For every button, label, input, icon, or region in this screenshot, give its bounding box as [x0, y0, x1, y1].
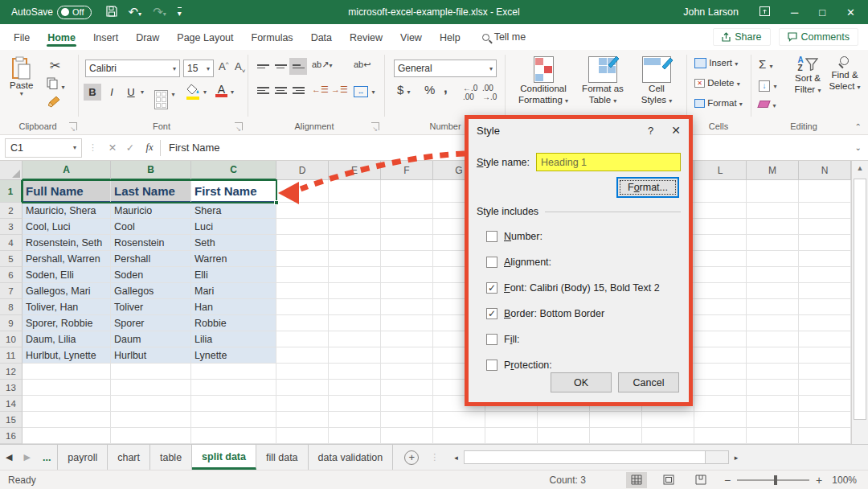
cell-M3[interactable]: [747, 219, 799, 235]
cell-E5[interactable]: [329, 251, 381, 267]
checkbox-fill[interactable]: [486, 334, 497, 345]
cell-N10[interactable]: [799, 331, 851, 347]
cell-D9[interactable]: [276, 315, 329, 331]
cell-L6[interactable]: [694, 267, 747, 283]
column-header-A[interactable]: A: [23, 161, 111, 180]
cell-C2[interactable]: Shera: [191, 203, 276, 219]
style-name-input[interactable]: [536, 153, 681, 171]
cell-F6[interactable]: [381, 267, 433, 283]
checkbox-protection[interactable]: [486, 360, 497, 371]
cell-L2[interactable]: [694, 203, 747, 219]
ribbon-tab-formulas[interactable]: Formulas: [243, 26, 302, 48]
column-header-D[interactable]: D: [276, 161, 329, 180]
cell-E6[interactable]: [329, 267, 381, 283]
customize-qat-icon[interactable]: ▾: [178, 7, 182, 18]
column-header-M[interactable]: M: [747, 161, 799, 180]
merge-center-icon[interactable]: ↔ ▾: [354, 83, 375, 97]
sheet-tab-data-validation[interactable]: data validation: [309, 445, 394, 470]
cell-C4[interactable]: Seth: [191, 235, 276, 251]
ribbon-tab-page-layout[interactable]: Page Layout: [168, 26, 242, 48]
sheet-tab-chart[interactable]: chart: [108, 445, 150, 470]
cell-C7[interactable]: Mari: [191, 283, 276, 299]
cell-N12[interactable]: [799, 364, 851, 380]
cell-I15[interactable]: [538, 412, 590, 428]
more-sheets-button[interactable]: ...: [36, 452, 57, 463]
insert-cells-button[interactable]: Insert ▾: [694, 58, 738, 68]
ribbon-tab-insert[interactable]: Insert: [84, 26, 127, 48]
comments-button[interactable]: Comments: [779, 28, 858, 46]
ribbon-tab-data[interactable]: Data: [302, 26, 341, 48]
row-header-2[interactable]: 2: [0, 203, 23, 219]
cancel-button[interactable]: Cancel: [618, 372, 679, 392]
number-format-select[interactable]: General▾: [394, 60, 497, 77]
cell-A11[interactable]: Hurlbut, Lynette: [23, 347, 111, 364]
cell-N4[interactable]: [799, 235, 851, 251]
grow-font-icon[interactable]: A^: [219, 60, 228, 72]
underline-caret[interactable]: ▾: [141, 88, 144, 96]
cell-B11[interactable]: Hurlbut: [111, 347, 191, 364]
cell-D13[interactable]: [276, 380, 329, 396]
ribbon-tab-view[interactable]: View: [391, 26, 431, 48]
decrease-decimal-icon[interactable]: .00→.0: [482, 84, 497, 101]
clipboard-dialog-launcher[interactable]: [69, 122, 77, 130]
scroll-right-icon[interactable]: ▸: [729, 454, 744, 462]
cell-N1[interactable]: [799, 180, 851, 203]
page-layout-view-icon[interactable]: [658, 472, 679, 488]
cell-N11[interactable]: [799, 347, 851, 364]
fill-icon[interactable]: ↓ ▾: [759, 77, 776, 92]
shrink-font-icon[interactable]: A˅: [235, 60, 245, 75]
row-header-3[interactable]: 3: [0, 219, 23, 235]
scroll-left-icon[interactable]: ◂: [448, 454, 464, 462]
cell-B15[interactable]: [111, 412, 191, 428]
sheet-tab-payroll[interactable]: payroll: [57, 445, 108, 470]
confirm-entry-icon[interactable]: ✓: [121, 142, 139, 154]
find-select-button[interactable]: Find &Select ▾: [826, 56, 863, 92]
minimize-button[interactable]: ─: [791, 7, 798, 18]
column-header-B[interactable]: B: [111, 161, 191, 180]
cell-C6[interactable]: Elli: [191, 267, 276, 283]
cell-A13[interactable]: [23, 380, 111, 396]
format-button[interactable]: Format...: [616, 177, 679, 198]
orientation-icon[interactable]: ab↗▾: [312, 60, 332, 70]
cell-M10[interactable]: [747, 331, 799, 347]
cell-C9[interactable]: Robbie: [191, 315, 276, 331]
copy-icon[interactable]: ▾: [47, 77, 64, 92]
cell-L1[interactable]: [694, 180, 747, 203]
cell-N5[interactable]: [799, 251, 851, 267]
cell-E14[interactable]: [329, 396, 381, 412]
scroll-up-icon[interactable]: ▲: [852, 161, 868, 172]
align-right-icon[interactable]: [289, 82, 307, 99]
cell-A12[interactable]: [23, 364, 111, 380]
cell-E15[interactable]: [329, 412, 381, 428]
cell-A14[interactable]: [23, 396, 111, 412]
cell-C8[interactable]: Han: [191, 299, 276, 315]
cell-B16[interactable]: [111, 428, 191, 444]
cell-L12[interactable]: [694, 364, 747, 380]
cell-L13[interactable]: [694, 380, 747, 396]
cell-L8[interactable]: [694, 299, 747, 315]
row-header-11[interactable]: 11: [0, 347, 23, 364]
cell-L14[interactable]: [694, 396, 747, 412]
cell-J15[interactable]: [590, 412, 642, 428]
cell-G16[interactable]: [433, 428, 485, 444]
wrap-text-icon[interactable]: ab↩: [354, 60, 371, 70]
row-header-14[interactable]: 14: [0, 396, 23, 412]
cell-N13[interactable]: [799, 380, 851, 396]
select-all-corner[interactable]: [0, 161, 23, 180]
cell-C1[interactable]: First Name: [191, 180, 276, 203]
autosave-toggle[interactable]: AutoSave Off: [11, 6, 92, 19]
cell-C12[interactable]: [191, 364, 276, 380]
cell-L7[interactable]: [694, 283, 747, 299]
cell-D11[interactable]: [276, 347, 329, 364]
cell-E11[interactable]: [329, 347, 381, 364]
sheet-nav-left-icon[interactable]: ◀: [0, 452, 18, 462]
cell-I16[interactable]: [538, 428, 590, 444]
row-header-12[interactable]: 12: [0, 364, 23, 380]
share-button[interactable]: Share: [713, 28, 770, 46]
cell-B13[interactable]: [111, 380, 191, 396]
sheet-tab-fill-data[interactable]: fill data: [256, 445, 309, 470]
horizontal-scrollbar[interactable]: ◂ ▸: [448, 450, 743, 464]
bottom-align-icon[interactable]: [289, 58, 307, 75]
font-color-icon[interactable]: A: [215, 83, 227, 97]
cell-F15[interactable]: [381, 412, 433, 428]
